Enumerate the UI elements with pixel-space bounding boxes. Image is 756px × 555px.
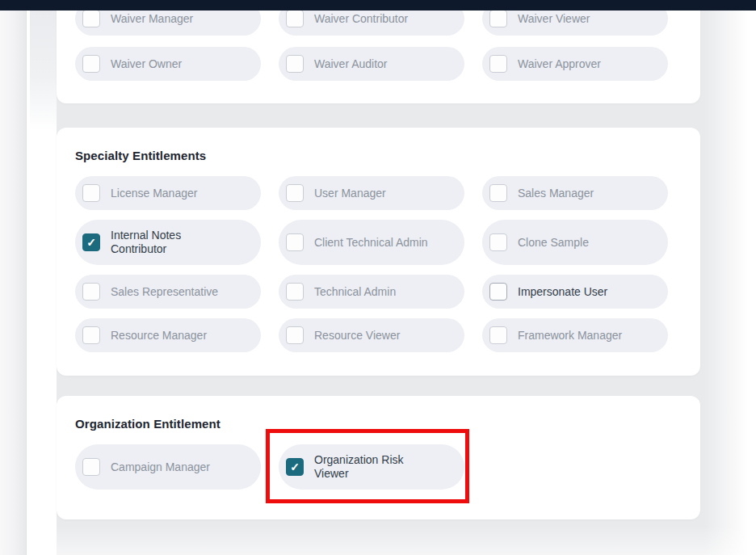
checkbox-unchecked-icon[interactable] xyxy=(82,458,100,476)
specialty-entitlements-title: Specialty Entitlements xyxy=(75,149,676,163)
entitlement-row: ✓Internal Notes ContributorClient Techni… xyxy=(75,220,676,265)
checkbox-unchecked-icon[interactable] xyxy=(489,10,507,27)
checkbox-unchecked-icon[interactable] xyxy=(489,184,507,202)
entitlement-label: Waiver Contributor xyxy=(314,12,408,26)
checkbox-unchecked-icon[interactable] xyxy=(286,283,304,301)
entitlement-option-internal-notes-contributor[interactable]: ✓Internal Notes Contributor xyxy=(75,220,261,265)
entitlement-label: Framework Manager xyxy=(518,329,622,343)
entitlement-label: License Manager xyxy=(111,187,197,200)
checkbox-unchecked-icon[interactable] xyxy=(286,184,304,202)
entitlement-label: Resource Manager xyxy=(111,329,207,343)
annotation-highlight-box xyxy=(266,429,469,503)
checkbox-unchecked-icon[interactable] xyxy=(489,233,507,251)
checkbox-unchecked-icon[interactable] xyxy=(286,233,304,251)
checkbox-unchecked-icon[interactable] xyxy=(82,55,100,73)
entitlement-option-sales-manager[interactable]: Sales Manager xyxy=(482,176,668,210)
right-edge-fade xyxy=(704,0,756,555)
entitlement-label: Waiver Auditor xyxy=(314,57,388,71)
entitlement-row: Sales RepresentativeTechnical AdminImper… xyxy=(75,275,676,309)
top-navigation-bar xyxy=(0,0,756,11)
bottom-edge-fade xyxy=(53,525,756,555)
entitlement-option-clone-sample[interactable]: Clone Sample xyxy=(482,220,668,265)
checkbox-unchecked-icon[interactable] xyxy=(489,326,507,344)
entitlement-row: License ManagerUser ManagerSales Manager xyxy=(75,176,676,210)
panel-edge-divider xyxy=(26,0,27,555)
specialty-entitlements-card: Specialty Entitlements License ManagerUs… xyxy=(57,128,700,376)
checkbox-unchecked-icon[interactable] xyxy=(286,326,304,344)
checkbox-unchecked-icon[interactable] xyxy=(82,10,100,27)
checkbox-unchecked-icon[interactable] xyxy=(286,10,304,27)
entitlement-option-waiver-owner[interactable]: Waiver Owner xyxy=(75,47,261,81)
entitlement-option-resource-viewer[interactable]: Resource Viewer xyxy=(279,318,464,352)
entitlement-row: Waiver OwnerWaiver AuditorWaiver Approve… xyxy=(75,47,676,81)
entitlement-option-client-technical-admin[interactable]: Client Technical Admin xyxy=(279,220,464,265)
entitlement-label: Waiver Owner xyxy=(111,57,182,71)
entitlement-label: Technical Admin xyxy=(314,285,396,299)
entitlement-label: User Manager xyxy=(314,187,386,200)
entitlement-label: Resource Viewer xyxy=(314,329,400,343)
checkbox-unchecked-icon[interactable] xyxy=(82,283,100,301)
entitlement-option-framework-manager[interactable]: Framework Manager xyxy=(482,318,668,352)
entitlement-option-waiver-approver[interactable]: Waiver Approver xyxy=(482,47,668,81)
entitlement-label: Impersonate User xyxy=(518,285,607,299)
entitlement-label: Internal Notes Contributor xyxy=(111,229,225,256)
entitlement-label: Waiver Manager xyxy=(111,12,193,26)
checkbox-unchecked-icon[interactable] xyxy=(489,55,507,73)
entitlement-option-impersonate-user[interactable]: Impersonate User xyxy=(482,275,668,309)
entitlement-label: Sales Representative xyxy=(111,285,218,299)
checkbox-unchecked-icon[interactable] xyxy=(82,184,100,202)
entitlement-option-sales-representative[interactable]: Sales Representative xyxy=(75,275,261,309)
waiver-entitlements-card: Waiver ManagerWaiver ContributorWaiver V… xyxy=(57,0,700,103)
checkbox-checked-icon[interactable]: ✓ xyxy=(82,233,100,251)
checkbox-unchecked-icon[interactable] xyxy=(286,55,304,73)
entitlement-label: Waiver Viewer xyxy=(518,12,590,26)
entitlement-row: Resource ManagerResource ViewerFramework… xyxy=(75,318,676,352)
entitlement-option-campaign-manager[interactable]: Campaign Manager xyxy=(75,444,261,490)
entitlement-option-technical-admin[interactable]: Technical Admin xyxy=(279,275,464,309)
entitlement-label: Waiver Approver xyxy=(518,57,601,71)
entitlement-label: Client Technical Admin xyxy=(314,236,428,250)
entitlement-option-waiver-auditor[interactable]: Waiver Auditor xyxy=(279,47,464,81)
entitlement-option-resource-manager[interactable]: Resource Manager xyxy=(75,318,261,352)
checkbox-unchecked-icon[interactable] xyxy=(489,283,507,301)
page-left-gutter xyxy=(0,0,26,555)
entitlement-option-license-manager[interactable]: License Manager xyxy=(75,176,261,210)
entitlement-label: Clone Sample xyxy=(518,236,589,250)
entitlement-label: Sales Manager xyxy=(518,187,594,200)
checkbox-unchecked-icon[interactable] xyxy=(82,326,100,344)
gutter-top-shadow xyxy=(30,11,57,132)
entitlement-option-user-manager[interactable]: User Manager xyxy=(279,176,464,210)
entitlement-label: Campaign Manager xyxy=(111,460,210,474)
